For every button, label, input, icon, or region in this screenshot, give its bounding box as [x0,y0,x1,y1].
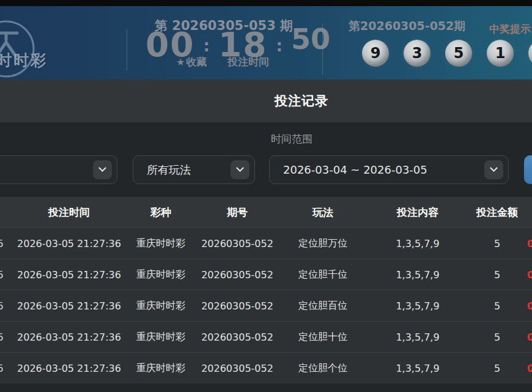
cell-period: 20260305-052 [194,238,280,250]
cell-amount: 5 [470,300,525,312]
last-draw-balls: 9 3 5 1 [362,40,532,67]
last-draw-period-label: 第20260305-052期 [349,18,459,34]
top-black-bar [0,0,532,6]
draw-ball: 1 [487,40,514,67]
cell-period: 20260305-052 [194,331,280,343]
table-row: 5 2026-03-05 21:27:36 重庆时时彩 20260305-052… [0,321,532,352]
lottery-select[interactable] [0,155,117,184]
column-header-time: 投注时间 [11,205,127,220]
screen: 时时彩 第 20260305-053 期 ★ 收藏 投注时间 00 : 18 :… [0,0,532,392]
lottery-header: 时时彩 第 20260305-053 期 ★ 收藏 投注时间 00 : 18 :… [0,6,532,80]
column-header-lottery: 彩种 [127,205,194,220]
cell-time: 2026-03-05 21:27:36 [11,331,127,343]
cell-content: 1,3,5,7,9 [366,269,470,281]
table-row: 5 2026-03-05 21:27:36 重庆时时彩 20260305-052… [0,227,532,259]
cell-order: 5 [0,269,11,281]
cell-amount: 5 [470,238,525,250]
table-row: 5 2026-03-05 21:27:36 重庆时时彩 20260305-052… [0,290,532,321]
cell-period: 20260305-052 [194,363,280,374]
cell-order: 5 [0,363,11,374]
chevron-down-icon[interactable] [93,160,112,179]
cell-order: 5 [0,238,11,250]
cell-lottery: 重庆时时彩 [127,331,194,344]
cell-content: 1,3,5,7,9 [366,363,470,374]
cell-time: 2026-03-05 21:27:36 [11,300,127,312]
cell-time: 2026-03-05 21:27:36 [11,363,127,374]
play-type-select-value: 所有玩法 [147,163,191,177]
cell-play: 定位胆个位 [280,362,366,375]
cell-lottery: 重庆时时彩 [127,300,194,312]
cell-status: 0.000 [525,269,532,281]
countdown-timer: 00 : 18 : 50 [154,20,322,70]
bet-records-table: 投注时间 彩种 期号 玩法 投注内容 投注金额 5 2026-03-05 21:… [0,197,532,383]
bottom-band [0,383,532,392]
cell-amount: 5 [470,331,525,343]
filter-band: 时间范围 所有玩法 2026-03-04 ~ 2026-03-05 [0,122,532,197]
cell-amount: 5 [470,269,525,281]
cell-status: 0.000 [525,300,532,312]
table-header-row: 投注时间 彩种 期号 玩法 投注内容 投注金额 [0,197,532,227]
countdown-minutes: 18 [218,25,268,64]
column-header-period: 期号 [194,205,280,220]
page-title: 投注记录 [71,80,532,122]
cell-order: 5 [0,300,11,312]
chevron-down-icon[interactable] [484,160,503,179]
lottery-logo: 时时彩 [0,18,43,80]
column-header-content: 投注内容 [366,205,470,220]
time-range-label: 时间范围 [271,132,312,146]
date-range-select[interactable]: 2026-03-04 ~ 2026-03-05 [269,155,509,184]
cell-time: 2026-03-05 21:27:36 [11,269,127,281]
countdown-hours: 00 [146,25,195,64]
win-tip-label[interactable]: 中奖提示 [489,22,531,36]
cell-time: 2026-03-05 21:27:36 [11,238,127,250]
cell-order: 5 [0,331,11,343]
draw-ball: 9 [362,40,389,67]
clock-logo-icon [0,18,37,80]
countdown-colon: : [204,37,210,55]
cell-lottery: 重庆时时彩 [127,237,194,250]
date-range-value: 2026-03-04 ~ 2026-03-05 [283,163,427,176]
logo-text: 时时彩 [0,50,48,70]
draw-ball: 5 [445,40,472,67]
cell-content: 1,3,5,7,9 [366,300,470,312]
header-divider [127,29,127,71]
table-row: 5 2026-03-05 21:27:36 重庆时时彩 20260305-052… [0,259,532,290]
cell-content: 1,3,5,7,9 [366,331,470,343]
cell-amount: 5 [470,363,525,374]
header-divider [322,23,323,75]
cell-lottery: 重庆时时彩 [127,362,194,375]
chevron-down-icon[interactable] [231,160,249,179]
column-header-amount: 投注金额 [470,205,525,220]
cell-play: 定位胆十位 [280,331,366,344]
cell-status: 0.000 [525,331,532,343]
countdown-seconds: 50 [291,23,330,56]
draw-ball [528,40,532,67]
search-button[interactable] [524,155,532,184]
cell-play: 定位胆万位 [280,237,366,250]
cell-period: 20260305-052 [194,300,280,312]
cell-status: 0.000 [525,363,532,374]
cell-play: 定位胆百位 [280,300,366,312]
countdown-colon: : [276,37,283,55]
play-type-select[interactable]: 所有玩法 [133,155,255,184]
cell-status: 0.000 [525,238,532,250]
title-band: 投注记录 [0,80,532,122]
cell-lottery: 重庆时时彩 [127,268,194,281]
cell-play: 定位胆千位 [280,268,366,281]
draw-ball: 3 [404,40,430,67]
cell-content: 1,3,5,7,9 [366,238,470,250]
table-row: 5 2026-03-05 21:27:36 重庆时时彩 20260305-052… [0,352,532,383]
cell-period: 20260305-052 [194,269,280,281]
column-header-play: 玩法 [280,205,366,220]
